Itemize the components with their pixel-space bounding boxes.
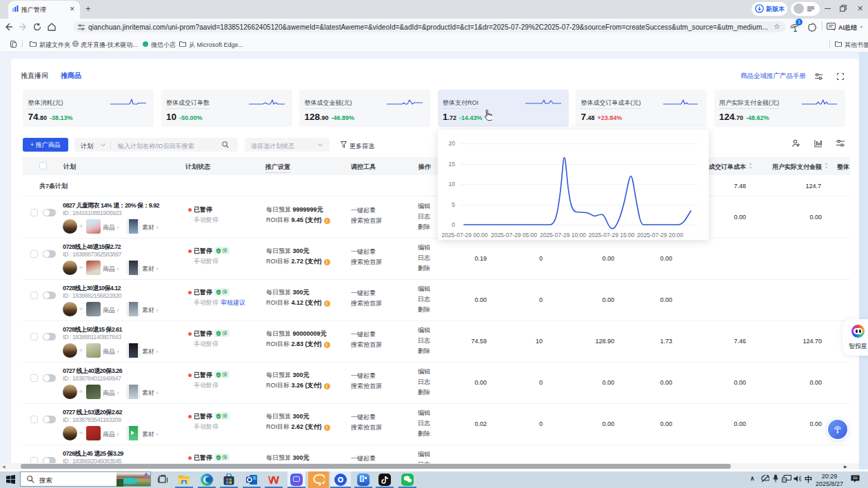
svg-text:PC: PC [783,478,787,482]
